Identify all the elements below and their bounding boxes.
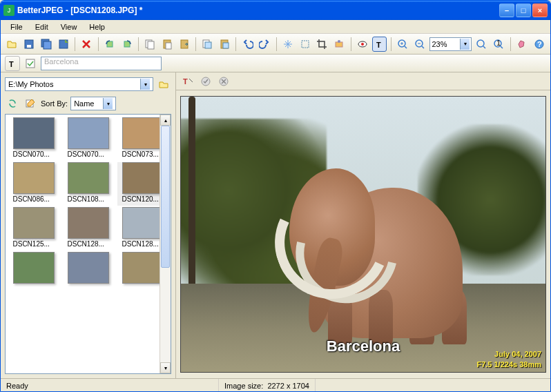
crop-icon[interactable] [315,37,329,52]
select-icon[interactable] [298,37,312,52]
sort-combo[interactable]: Name▾ [70,97,116,110]
thumb-image [68,162,109,194]
thumb-label: DSCN128... [122,240,164,248]
rotate-right-icon[interactable] [119,37,134,52]
photo-exif: July 04, 2007 F7.5 1/224s 38mm [476,349,541,369]
settings-icon[interactable] [514,37,529,52]
cancel-icon[interactable] [216,74,231,89]
folder-up-icon[interactable] [156,77,171,92]
copy-icon[interactable] [143,37,157,52]
redeye-icon[interactable] [356,37,370,52]
thumb-image [68,252,109,284]
thumb-image [122,117,164,149]
refresh-icon[interactable] [5,96,20,111]
chevron-down-icon[interactable]: ▾ [103,98,113,109]
path-value: E:\My Photos [8,80,53,88]
thumbs-pane: DSCN070...DSCN070...DSCN073...DSCN086...… [5,114,171,374]
thumbnail[interactable]: DSCN108... [63,162,113,206]
status-ready: Ready [1,379,219,392]
thumbnail[interactable] [63,252,113,288]
text-settings-icon[interactable]: T [180,74,195,89]
preview-pane: T Barcelona [176,72,550,378]
paste-icon[interactable] [160,37,175,52]
window-title: BetterJPEG - [DSCN1208.JPG] * [17,6,499,15]
scroll-track[interactable] [160,126,171,362]
copy-region-icon[interactable] [200,37,215,52]
zoom-fit-icon[interactable] [474,37,489,52]
minimize-button[interactable]: – [499,3,514,17]
svg-rect-13 [205,42,211,48]
paste-into-icon[interactable] [177,37,191,52]
menu-edit[interactable]: Edit [30,21,54,32]
save-as-icon[interactable] [56,37,70,52]
thumb-label: DSCN128... [68,240,109,248]
svg-rect-3 [44,41,51,49]
path-combo[interactable]: E:\My Photos▾ [5,77,153,91]
svg-rect-6 [124,41,130,47]
titlebar: J BetterJPEG - [DSCN1208.JPG] * – □ × [1,1,550,20]
save-all-icon[interactable] [39,37,53,52]
svg-text:1: 1 [496,39,501,47]
svg-rect-17 [336,42,342,47]
thumbnail[interactable]: DSCN070... [63,117,113,161]
menu-view[interactable]: View [55,21,83,32]
stamp-icon[interactable] [332,37,347,52]
help-icon[interactable]: ? [532,37,546,52]
thumbnail[interactable] [8,252,59,288]
caption-input[interactable]: Barcelona [41,57,162,70]
thumb-image [122,162,164,194]
save-icon[interactable] [22,37,37,52]
menu-file[interactable]: File [5,21,28,32]
scroll-thumb[interactable] [161,126,170,268]
text-icon[interactable]: T [372,37,387,52]
photo-preview[interactable]: Barcelona July 04, 2007 F7.5 1/224s 38mm [180,96,546,373]
chevron-down-icon[interactable]: ▾ [140,79,150,90]
sort-label: Sort By: [41,99,68,108]
svg-rect-15 [223,43,229,48]
preview-toolbar: T [176,72,550,90]
svg-text:T: T [9,60,14,68]
maximize-button[interactable]: □ [516,3,531,17]
zoom-in-icon[interactable] [396,37,410,52]
zoom-combo[interactable]: 23%▾ [429,37,472,51]
text-toolbar: T Barcelona [1,55,550,72]
redo-icon[interactable] [258,37,272,52]
delete-icon[interactable] [79,37,94,52]
svg-rect-5 [107,41,113,47]
close-button[interactable]: × [532,3,548,17]
zoom-out-icon[interactable] [413,37,427,52]
scroll-down-icon[interactable]: ▾ [160,362,171,373]
zoom-actual-icon[interactable]: 1 [492,37,506,52]
open-icon[interactable] [5,37,19,52]
sidebar: E:\My Photos▾ Sort By: Name▾ DSCN070...D… [1,72,176,378]
thumbnail[interactable]: DSCN128... [63,207,113,251]
thumb-label: DSCN125... [13,240,55,248]
thumbnail[interactable]: DSCN125... [8,207,59,251]
svg-point-24 [477,40,484,47]
rename-icon[interactable] [23,96,38,111]
thumbnail[interactable]: DSCN070... [8,117,59,161]
scroll-up-icon[interactable]: ▴ [160,115,171,126]
scrollbar[interactable]: ▴ ▾ [160,115,171,373]
undo-icon[interactable] [240,37,255,52]
thumb-image [68,207,109,239]
thumb-label: DSCN070... [13,150,55,158]
apply-icon[interactable] [198,74,213,89]
thumb-image [13,207,55,239]
paste-region-icon[interactable] [218,37,232,52]
thumbnail[interactable]: DSCN086... [8,162,59,206]
pan-icon[interactable] [281,37,296,52]
text-tool-icon[interactable]: T [5,56,20,71]
svg-rect-30 [26,59,35,68]
rotate-left-icon[interactable] [102,37,117,52]
thumb-label: DSCN108... [68,195,109,203]
checkbox-icon[interactable] [23,56,38,71]
sort-value: Name [74,99,94,108]
content-area: E:\My Photos▾ Sort By: Name▾ DSCN070...D… [1,72,550,378]
thumb-image [13,162,55,194]
thumb-label: DSCN070... [68,150,109,158]
chevron-down-icon[interactable]: ▾ [460,39,470,50]
main-toolbar: T 23%▾ 1 ? [1,34,550,55]
menu-help[interactable]: Help [84,21,110,32]
thumb-image [122,207,164,239]
